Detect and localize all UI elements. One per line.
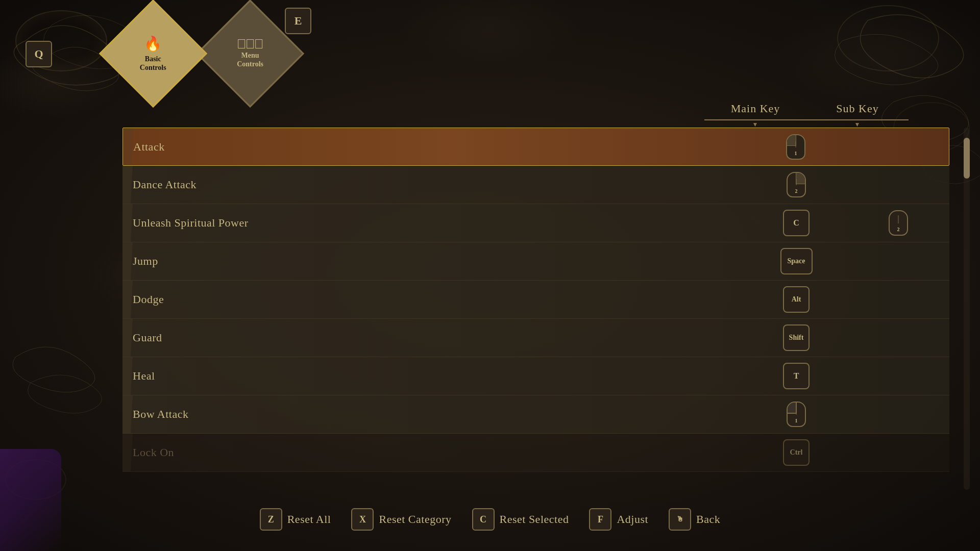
control-name-heal: Heal [122, 369, 745, 383]
reset-all-button[interactable]: Z Reset All [260, 508, 331, 531]
control-name-attack: Attack [123, 140, 745, 154]
unleash-sub-key: 2 [847, 210, 949, 236]
sub-key-header: Sub Key [806, 102, 909, 120]
character-hint [0, 449, 61, 551]
key-badge-t: T [783, 363, 810, 389]
action-bar: Z Reset All X Reset Category C Reset Sel… [0, 498, 980, 541]
reset-category-button[interactable]: X Reset Category [351, 508, 451, 531]
control-row-attack[interactable]: ⚙ Attack 1 [122, 128, 949, 166]
menu-slot-indicators [238, 39, 262, 48]
guard-main-key: Shift [745, 324, 847, 351]
control-row-lock-on[interactable]: Lock On Ctrl [122, 434, 949, 472]
mouse-left-icon: 1 [786, 134, 805, 160]
mouse-scroll-icon: 2 [889, 210, 908, 236]
reset-all-label: Reset All [287, 513, 331, 526]
control-row-dance-attack[interactable]: Dance Attack 2 [122, 166, 949, 204]
reset-selected-label: Reset Selected [500, 513, 569, 526]
control-name-guard: Guard [122, 331, 745, 344]
row-ornament-attack: ⚙ [122, 139, 123, 155]
back-label: Back [696, 513, 720, 526]
control-row-bow-attack[interactable]: Bow Attack 1 [122, 395, 949, 434]
main-key-header: Main Key [704, 102, 806, 120]
x-key: X [351, 508, 374, 531]
bow-mouse-icon: 1 [787, 402, 806, 427]
control-row-dodge[interactable]: Dodge Alt [122, 281, 949, 319]
adjust-label: Adjust [617, 513, 648, 526]
key-badge-shift: Shift [783, 324, 810, 351]
reset-selected-button[interactable]: C Reset Selected [472, 508, 569, 531]
lock-on-main-key: Ctrl [745, 439, 847, 466]
q-key-label: Q [34, 47, 43, 61]
dance-attack-main-key: 2 [745, 172, 847, 197]
basic-controls-label: BasicControls [140, 55, 166, 72]
control-name-dance-attack: Dance Attack [122, 178, 745, 191]
f-key: F [589, 508, 611, 531]
controls-list: ⚙ Attack 1 Dance Attack 2 [122, 128, 949, 490]
control-name-unleash: Unleash Spiritual Power [122, 216, 745, 230]
control-name-jump: Jump [122, 255, 745, 268]
scrollbar-thumb[interactable] [964, 138, 970, 179]
dodge-main-key: Alt [745, 286, 847, 313]
basic-controls-icon: 🔥 [144, 35, 162, 52]
q-key-button[interactable]: Q [26, 41, 52, 67]
c-action-key: C [472, 508, 495, 531]
control-row-guard[interactable]: Guard Shift [122, 319, 949, 357]
back-button[interactable]: 🖱 Back [669, 508, 720, 531]
reset-category-label: Reset Category [379, 513, 451, 526]
control-name-dodge: Dodge [122, 293, 745, 306]
key-badge-space: Space [780, 248, 813, 274]
key-badge-c: C [783, 210, 810, 236]
control-row-unleash[interactable]: Unleash Spiritual Power C 2 [122, 204, 949, 242]
scrollbar-track[interactable] [964, 128, 970, 490]
control-row-jump[interactable]: Jump Space [122, 242, 949, 281]
e-key-label: E [295, 14, 302, 28]
control-name-lock-on: Lock On [122, 446, 745, 459]
heal-main-key: T [745, 363, 847, 389]
adjust-button[interactable]: F Adjust [589, 508, 648, 531]
key-badge-ctrl: Ctrl [783, 439, 810, 466]
e-key-button[interactable]: E [285, 8, 311, 34]
jump-main-key: Space [745, 248, 847, 274]
z-key: Z [260, 508, 282, 531]
tab-basic-controls[interactable]: 🔥 BasicControls [99, 0, 207, 108]
bow-attack-main-key: 1 [745, 402, 847, 427]
key-badge-alt: Alt [783, 286, 810, 313]
menu-controls-label: MenuControls [237, 52, 263, 69]
unleash-main-key: C [745, 210, 847, 236]
attack-main-key: 1 [745, 134, 847, 160]
control-name-bow-attack: Bow Attack [122, 408, 745, 421]
mouse-right-icon: 2 [787, 172, 806, 197]
control-row-heal[interactable]: Heal T [122, 357, 949, 395]
back-key: 🖱 [669, 508, 691, 531]
